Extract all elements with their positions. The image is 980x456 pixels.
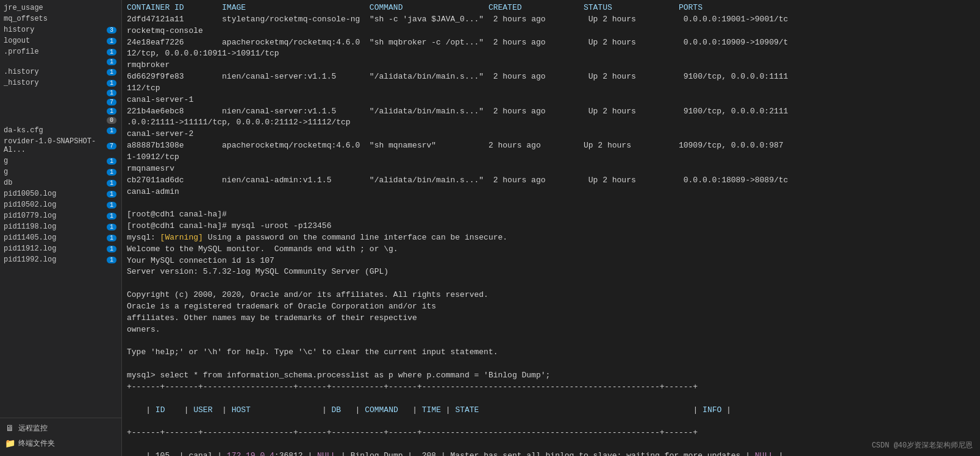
- sidebar-item-da-ks[interactable]: da-ks.cfg 1: [0, 125, 121, 136]
- monitor-icon: 🖥: [5, 424, 15, 433]
- sidebar-bottom: 🖥 远程监控 📁 终端文件夹: [0, 418, 121, 454]
- sidebar-item-pid11992[interactable]: pid11992.log 1: [0, 254, 121, 265]
- folder-icon: 📁: [5, 439, 15, 449]
- table-header-row: | ID | USER | HOST | DB | COMMAND | TIME…: [127, 393, 975, 428]
- mysql-help: Type 'help;' or '\h' for help. Type '\c'…: [127, 347, 975, 358]
- docker-row-3: 6d6629f9fe83 nien/canal-server:v1.1.5 "/…: [127, 71, 975, 83]
- sidebar-item-mq-offsets[interactable]: mq_offsets: [0, 13, 121, 24]
- sidebar-item-pid10050[interactable]: pid10050.log 1: [0, 188, 121, 199]
- sidebar-item-profile[interactable]: .profile 1: [0, 46, 121, 57]
- mysql-welcome1: Welcome to the MySQL monitor. Commands e…: [127, 244, 975, 255]
- sidebar-item-pid10502[interactable]: pid10502.log 1: [0, 199, 121, 210]
- docker-row-4-extra: .0.0:21111->11111/tcp, 0.0.0.0:21112->11…: [127, 117, 975, 129]
- sidebar-item-jre-usage[interactable]: jre_usage: [0, 2, 121, 13]
- sidebar-item-pid11912[interactable]: pid11912.log 1: [0, 243, 121, 254]
- sidebar-item-pid11198[interactable]: pid11198.log 1: [0, 221, 121, 232]
- sidebar-item-g1[interactable]: g 1: [0, 155, 121, 166]
- docker-row-5-names: rmqnamesrv: [127, 163, 975, 175]
- docker-row-1-names: rocketmq-console: [127, 26, 975, 37]
- mysql-query: mysql> select * from information_schema.…: [127, 370, 975, 382]
- sidebar-item-history[interactable]: history 3: [0, 24, 121, 35]
- sidebar-item-g2[interactable]: g 1: [0, 166, 121, 177]
- sidebar-item-pid11405[interactable]: pid11405.log 1: [0, 232, 121, 243]
- table-data-row: | 105 | canal | 172.19.0.4:36812 | NULL …: [127, 439, 975, 456]
- docker-row-3-names: canal-server-1: [127, 94, 975, 106]
- docker-row-3-extra: 112/tcp: [127, 83, 975, 94]
- remote-monitor-button[interactable]: 🖥 远程监控: [5, 422, 116, 435]
- mysql-copyright2: Oracle is a registered trademark of Orac…: [127, 301, 975, 313]
- sidebar: jre_usage mq_offsets history 3 logout 1 …: [0, 0, 122, 456]
- prompt-2: [root@cdh1 canal-ha]# mysql -uroot -p123…: [127, 221, 975, 232]
- docker-row-2-names: rmqbroker: [127, 60, 975, 71]
- sidebar-item-blank3[interactable]: 7: [0, 98, 121, 107]
- docker-row-6: cb27011ad6dc nien/canal-admin:v1.1.5 "/a…: [127, 175, 975, 187]
- table-border-2: +------+-------+-------------------+----…: [127, 427, 975, 439]
- prompt-1: [root@cdh1 canal-ha]#: [127, 209, 975, 221]
- sidebar-item-db[interactable]: db 1: [0, 177, 121, 188]
- sidebar-item-pid10779[interactable]: pid10779.log 1: [0, 210, 121, 221]
- terminal[interactable]: CONTAINER ID IMAGE COMMAND CREATED STATU…: [122, 0, 980, 456]
- sidebar-item-history2[interactable]: _history 1: [0, 77, 121, 88]
- mysql-version: Server version: 5.7.32-log MySQL Communi…: [127, 266, 975, 278]
- table-border-1: +------+-------+-------------------+----…: [127, 382, 975, 393]
- mysql-welcome2: Your MySQL connection id is 107: [127, 255, 975, 267]
- sidebar-item-blank1[interactable]: 1: [0, 57, 121, 66]
- mysql-copyright1: Copyright (c) 2000, 2020, Oracle and/or …: [127, 290, 975, 301]
- watermark: CSDN @40岁资深老架构师尼恩: [871, 441, 973, 451]
- mysql-copyright3: affiliates. Other names may be trademark…: [127, 313, 975, 324]
- sidebar-item-blank4[interactable]: 1: [0, 107, 121, 116]
- sidebar-item-bash-history[interactable]: .history 1: [0, 66, 121, 77]
- terminal-folder-button[interactable]: 📁 终端文件夹: [5, 437, 116, 450]
- docker-row-4: 221b4ae6ebc8 nien/canal-server:v1.1.5 "/…: [127, 106, 975, 118]
- docker-row-1: 2dfd47121a11 styletang/rocketmq-console-…: [127, 14, 975, 26]
- docker-row-2-extra: 12/tcp, 0.0.0.0:10911->10911/tcp: [127, 48, 975, 60]
- docker-row-5: a88887b1308e apacherocketmq/rocketmq:4.6…: [127, 140, 975, 152]
- mysql-warning: mysql: [Warning] Using a password on the…: [127, 232, 975, 244]
- docker-row-2: 24e18eaf7226 apacherocketmq/rocketmq:4.6…: [127, 37, 975, 49]
- docker-row-4-names: canal-server-2: [127, 129, 975, 140]
- sidebar-item-provider[interactable]: rovider-1.0-SNAPSHOT-Al... 7: [0, 136, 121, 155]
- sidebar-item-blank2[interactable]: 1: [0, 88, 121, 98]
- docker-row-6-names: canal-admin: [127, 187, 975, 198]
- docker-row-5-extra: 1-10912/tcp: [127, 152, 975, 163]
- sidebar-item-logout[interactable]: logout 1: [0, 35, 121, 46]
- sidebar-item-blank5[interactable]: 0: [0, 116, 121, 125]
- docker-header: CONTAINER ID IMAGE COMMAND CREATED STATU…: [127, 2, 975, 14]
- mysql-copyright4: owners.: [127, 324, 975, 336]
